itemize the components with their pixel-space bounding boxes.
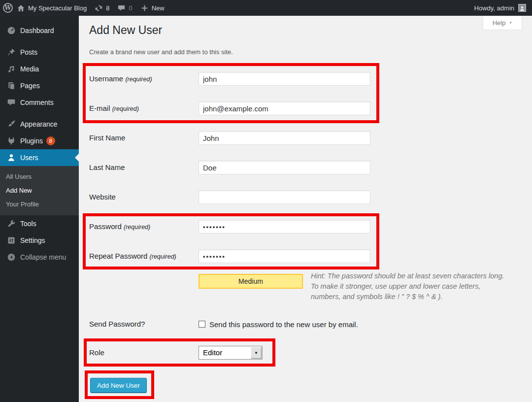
password-hint-text: Hint: The password should be at least se… <box>311 272 504 301</box>
new-label: New <box>152 4 165 12</box>
howdy-admin-link[interactable]: Howdy, admin <box>474 4 514 12</box>
website-input[interactable] <box>199 190 370 204</box>
media-note-icon <box>7 65 16 73</box>
sidebar-item-media[interactable]: Media <box>0 61 79 77</box>
website-label: Website <box>89 190 195 204</box>
submenu-your-profile[interactable]: Your Profile <box>0 198 79 211</box>
users-submenu: All Users Add New Your Profile <box>0 166 79 215</box>
home-icon <box>17 4 25 12</box>
updates-icon <box>95 4 103 12</box>
wordpress-logo-icon[interactable]: W <box>3 3 13 13</box>
sidebar-item-settings[interactable]: Settings <box>0 232 79 249</box>
role-select[interactable]: Editor ▼ <box>199 346 263 360</box>
site-name-label: My Spectacular Blog <box>28 4 87 12</box>
add-new-user-button[interactable]: Add New User <box>90 378 147 393</box>
sidebar-item-plugins[interactable]: Plugins 8 <box>0 133 79 149</box>
pages-icon <box>7 81 16 90</box>
password-input[interactable] <box>199 220 370 234</box>
sidebar-item-appearance[interactable]: Appearance <box>0 116 79 133</box>
settings-sliders-icon <box>7 236 16 245</box>
repeat-password-label: Repeat Password (required) <box>89 249 195 263</box>
paintbrush-icon <box>7 120 16 129</box>
password-label: Password (required) <box>89 220 195 234</box>
plugins-update-badge: 8 <box>46 136 55 145</box>
update-count: 8 <box>106 4 109 12</box>
first-name-input[interactable] <box>199 131 370 145</box>
sidebar-item-pages[interactable]: Pages <box>0 77 79 94</box>
first-name-label: First Name <box>89 131 195 145</box>
last-name-label: Last Name <box>89 161 195 174</box>
collapse-arrow-icon <box>7 253 16 262</box>
password-hint-area: Medium Hint: The password should be at l… <box>199 271 512 302</box>
submenu-all-users[interactable]: All Users <box>0 170 79 184</box>
comments-link[interactable]: 0 <box>113 0 136 16</box>
page-subtitle: Create a brand new user and add them to … <box>89 48 233 56</box>
email-label: E-mail (required) <box>89 101 195 115</box>
chevron-down-icon: ▼ <box>254 351 258 355</box>
person-icon <box>519 5 525 11</box>
sidebar-item-posts[interactable]: Posts <box>0 44 79 61</box>
admin-bar: W My Spectacular Blog 8 0 New Howdy, adm… <box>0 0 532 16</box>
help-button[interactable]: Help ▼ <box>483 16 522 30</box>
last-name-input[interactable] <box>199 161 370 174</box>
send-password-checkbox[interactable] <box>199 321 205 328</box>
sidebar-item-users[interactable]: Users <box>0 149 79 166</box>
wrench-icon <box>7 219 16 228</box>
send-password-label: Send Password? <box>89 317 195 331</box>
select-dropdown-button[interactable]: ▼ <box>251 347 262 359</box>
sidebar-item-comments[interactable]: Comments <box>0 94 79 111</box>
new-content-link[interactable]: New <box>136 0 168 16</box>
comments-icon <box>7 98 16 107</box>
username-input[interactable] <box>199 72 370 86</box>
comment-count: 0 <box>129 4 132 12</box>
users-icon <box>7 153 16 162</box>
plus-icon <box>140 4 149 12</box>
chevron-down-icon: ▼ <box>508 21 512 25</box>
send-password-checkbox-label: Send this password to the new user by em… <box>209 320 358 329</box>
site-name-link[interactable]: My Spectacular Blog <box>13 0 91 16</box>
sidebar-item-tools[interactable]: Tools <box>0 215 79 232</box>
pushpin-icon <box>7 48 16 57</box>
plug-icon <box>7 136 16 145</box>
wordpress-admin-page: W My Spectacular Blog 8 0 New Howdy, adm… <box>0 0 532 402</box>
comment-bubble-icon <box>117 4 126 12</box>
role-label: Role <box>89 346 195 360</box>
main-content: Help ▼ Add New User Create a brand new u… <box>79 16 532 402</box>
repeat-password-input[interactable] <box>199 249 370 263</box>
role-selected-value: Editor <box>203 346 222 359</box>
updates-link[interactable]: 8 <box>91 0 113 16</box>
page-title: Add New User <box>89 24 162 37</box>
sidebar-item-collapse-menu[interactable]: Collapse menu <box>0 249 79 266</box>
sidebar-item-dashboard[interactable]: Dashboard <box>0 22 79 39</box>
password-strength-meter: Medium <box>199 274 303 289</box>
avatar[interactable] <box>518 4 526 12</box>
email-input[interactable] <box>199 101 370 115</box>
dashboard-gauge-icon <box>7 26 16 35</box>
username-label: Username (required) <box>89 72 195 86</box>
submenu-add-new[interactable]: Add New <box>0 184 79 198</box>
admin-sidebar: Dashboard Posts Media Pages Comments App… <box>0 16 79 402</box>
